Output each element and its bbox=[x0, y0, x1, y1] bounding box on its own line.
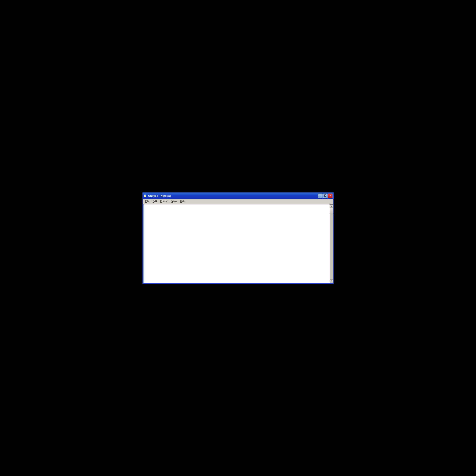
scroll-track[interactable] bbox=[330, 208, 333, 279]
minimize-icon: − bbox=[320, 195, 321, 197]
menu-bar: File Edit Format View Help bbox=[143, 199, 333, 204]
scrollbar-vertical[interactable]: ▲ ▼ bbox=[330, 204, 333, 283]
text-editor[interactable] bbox=[143, 204, 330, 283]
notepad-window: Untitled - Notepad − ✕ File E bbox=[142, 192, 334, 284]
menu-help[interactable]: Help bbox=[178, 199, 187, 203]
menu-view-label: View bbox=[171, 200, 177, 203]
close-button[interactable]: ✕ bbox=[328, 194, 333, 198]
menu-format[interactable]: Format bbox=[159, 199, 170, 203]
scroll-down-button[interactable]: ▼ bbox=[330, 279, 333, 283]
menu-edit-label: Edit bbox=[153, 200, 157, 203]
editor-area: ▲ ▼ bbox=[143, 204, 333, 283]
window-controls: − ✕ bbox=[318, 194, 333, 198]
scroll-thumb[interactable] bbox=[330, 208, 333, 214]
close-icon: ✕ bbox=[329, 194, 331, 197]
menu-format-label: Format bbox=[160, 200, 168, 203]
minimize-button[interactable]: − bbox=[318, 194, 323, 198]
notepad-icon bbox=[144, 194, 147, 198]
menu-file[interactable]: File bbox=[144, 199, 151, 203]
restore-icon bbox=[324, 194, 326, 197]
restore-button[interactable] bbox=[323, 194, 327, 198]
title-bar: Untitled - Notepad − ✕ bbox=[143, 193, 333, 199]
menu-edit[interactable]: Edit bbox=[151, 199, 159, 203]
svg-rect-6 bbox=[325, 195, 326, 196]
scroll-up-button[interactable]: ▲ bbox=[330, 204, 333, 208]
svg-rect-1 bbox=[144, 194, 146, 195]
menu-help-label: Help bbox=[180, 200, 185, 203]
window-title: Untitled - Notepad bbox=[148, 194, 318, 197]
menu-file-label: File bbox=[145, 200, 149, 203]
menu-view[interactable]: View bbox=[170, 199, 179, 203]
